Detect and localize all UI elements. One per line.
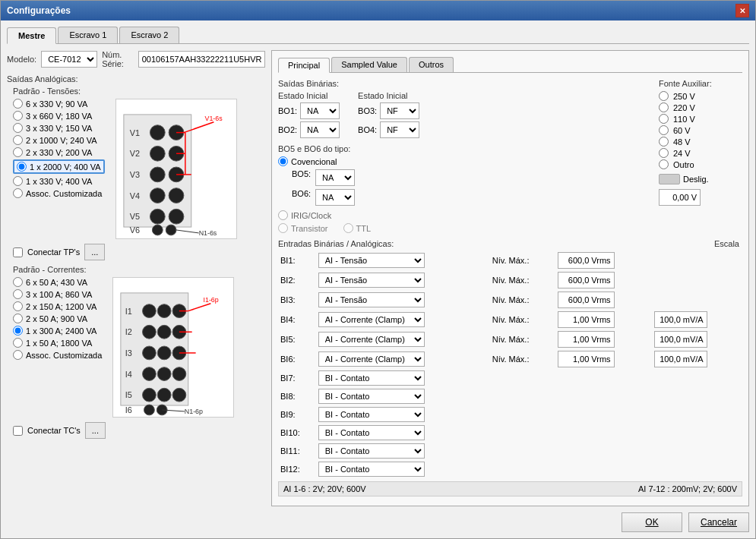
model-select[interactable]: CE-7012 [41,51,97,68]
bi2-type-select[interactable]: AI - Tensão [318,273,425,288]
voltage-option-4[interactable]: 2 x 1000 V; 240 VA [13,135,105,145]
svg-point-42 [158,367,172,381]
tab-escravo1[interactable]: Escravo 1 [58,27,118,43]
fonte-deslig-row: Deslig. [659,174,742,184]
bo6-select[interactable]: NANF [315,189,355,206]
bi4-type-select[interactable]: AI - Corrente (Clamp) [318,312,425,327]
fonte-60[interactable]: 60 V [659,125,742,135]
bi4-escala-input[interactable] [654,311,707,328]
close-button[interactable]: ✕ [735,4,749,17]
bi6-nivel-input[interactable] [558,351,615,367]
bi10-id: BI10: [278,424,316,442]
bo56-radios: Covencional BO5: NANF BO6: N [278,156,355,220]
svg-point-29 [143,304,157,318]
bi4-nivel-input[interactable] [558,311,615,328]
svg-text:V1-6s: V1-6s [204,115,223,122]
conectar-tp-checkbox[interactable] [13,247,23,257]
fonte-outro[interactable]: Outro [659,159,742,169]
conectar-tc-btn[interactable]: ... [85,422,106,439]
current-option-4[interactable]: 2 x 50 A; 900 VA [13,314,102,323]
bo2-select[interactable]: NANF [300,121,340,138]
bo3-select[interactable]: NANF [380,102,419,119]
svg-text:I2: I2 [125,327,132,336]
tab-mestre[interactable]: Mestre [7,27,56,44]
bi7-type-select[interactable]: BI - Contato [318,370,425,386]
voltage-option-5[interactable]: 2 x 330 V; 200 VA [13,147,105,157]
bo5-select[interactable]: NANF [315,169,355,186]
fonte-auxiliar-section: Fonte Auxiliar: 250 V 220 V 110 V 60 V 4… [659,79,742,233]
conectar-tp-btn[interactable]: ... [84,244,105,260]
ttl-label: TTL [356,224,372,233]
bo4-select[interactable]: NANF [380,121,419,138]
bo2-row: BO2: NANF [278,121,340,138]
voltage-option-8[interactable]: Assoc. Customizada [13,188,105,198]
main-window: Configurações ✕ Mestre Escravo 1 Escravo… [0,0,756,539]
current-option-7[interactable]: Assoc. Customizada [13,350,102,360]
voltage-option-3[interactable]: 3 x 330 V; 150 VA [13,123,105,133]
bi5-type-select[interactable]: AI - Corrente (Clamp) [318,332,425,347]
current-option-6[interactable]: 1 x 50 A; 1800 VA [13,338,102,348]
left-tabs-row: Mestre Escravo 1 Escravo 2 [7,27,749,44]
voltage-option-2[interactable]: 3 x 660 V; 180 VA [13,111,105,121]
current-option-2[interactable]: 3 x 100 A; 860 VA [13,289,102,299]
serial-input[interactable] [138,51,265,68]
bo1-label: BO1: [278,106,297,115]
ai-info1: AI 1-6 : 2V; 20V; 600V [283,484,366,493]
bi12-type-select[interactable]: BI - Contato [318,462,425,477]
current-option-1[interactable]: 6 x 50 A; 430 VA [13,277,102,287]
bi4-id: BI4: [278,310,316,329]
bi2-nivel-label: Nív. Máx.: [490,270,555,290]
fonte-24[interactable]: 24 V [659,148,742,158]
deslig-toggle[interactable] [659,174,680,184]
svg-point-38 [158,346,172,360]
voltage-option-1[interactable]: 6 x 330 V; 90 VA [13,99,105,109]
fonte-110[interactable]: 110 V [659,114,742,124]
svg-point-17 [152,225,163,235]
right-tab-sampled[interactable]: Sampled Value [331,57,407,72]
current-option-5[interactable]: 1 x 300 A; 2400 VA [13,326,102,336]
voltage-option-6[interactable]: 1 x 2000 V; 400 VA [13,159,105,174]
svg-text:I5: I5 [125,390,132,399]
cancel-button[interactable]: Cancelar [688,512,749,532]
bi7-row: BI7: BI - Contato [278,369,742,387]
ok-button[interactable]: OK [622,512,682,532]
tab-escravo2[interactable]: Escravo 2 [119,27,179,43]
fonte-220[interactable]: 220 V [659,102,742,112]
bi3-row: BI3: AI - Tensão Nív. Máx.: [278,290,742,310]
right-tab-principal[interactable]: Principal [278,58,330,73]
bi4-row: BI4: AI - Corrente (Clamp) Nív. Máx.: [278,310,742,329]
bi9-type-select[interactable]: BI - Contato [318,407,425,422]
bi5-nivel-input[interactable] [558,331,615,348]
bi3-type-select[interactable]: AI - Tensão [318,292,425,307]
transistor-radio[interactable]: Transistor [278,223,328,233]
fonte-aux-options: 250 V 220 V 110 V 60 V 48 V 24 V Outro D… [659,91,742,206]
bi1-type-select[interactable]: AI - TensãoAI - Corrente (Clamp)BI - Con… [318,253,425,268]
bi6-escala-input[interactable] [654,351,707,367]
voltage-option-7[interactable]: 1 x 330 V; 400 VA [13,176,105,186]
conectar-tc-checkbox[interactable] [13,426,23,436]
fonte-48[interactable]: 48 V [659,137,742,147]
fonte-250[interactable]: 250 V [659,91,742,101]
irig-radio[interactable]: IRIG/Clock [278,210,355,220]
window-content: Mestre Escravo 1 Escravo 2 Modelo: CE-70… [1,20,755,538]
transistor-ttl-row: Transistor TTL [278,223,653,233]
fonte-value-input[interactable] [659,189,701,206]
bo1-select[interactable]: NANF [300,102,340,119]
bi6-type-select[interactable]: AI - Corrente (Clamp) [318,351,425,367]
bi11-type-select[interactable]: BI - Contato [318,443,425,459]
bi5-escala-input[interactable] [654,331,707,348]
bi1-nivel-label: Nív. Máx.: [490,251,555,270]
bi3-nivel-input[interactable] [558,292,615,308]
model-label: Modelo: [7,55,36,64]
ttl-radio[interactable]: TTL [343,223,372,233]
convencional-radio[interactable]: Covencional [278,156,355,166]
current-option-3[interactable]: 2 x 150 A; 1200 VA [13,301,102,311]
bi8-type-select[interactable]: BI - Contato [318,389,425,404]
current-radio-group: 6 x 50 A; 430 VA 3 x 100 A; 860 VA 2 x 1… [13,277,102,360]
right-tab-outros[interactable]: Outros [409,57,454,72]
bi2-nivel-input[interactable] [558,272,615,288]
voltage-radio-group: 6 x 330 V; 90 VA 3 x 660 V; 180 VA 3 x 3… [13,99,105,198]
bi10-type-select[interactable]: BI - Contato [318,425,425,440]
voltage-diagram-svg: V1 V2 V3 V4 V5 [116,99,236,238]
bi1-nivel-input[interactable] [558,252,615,269]
